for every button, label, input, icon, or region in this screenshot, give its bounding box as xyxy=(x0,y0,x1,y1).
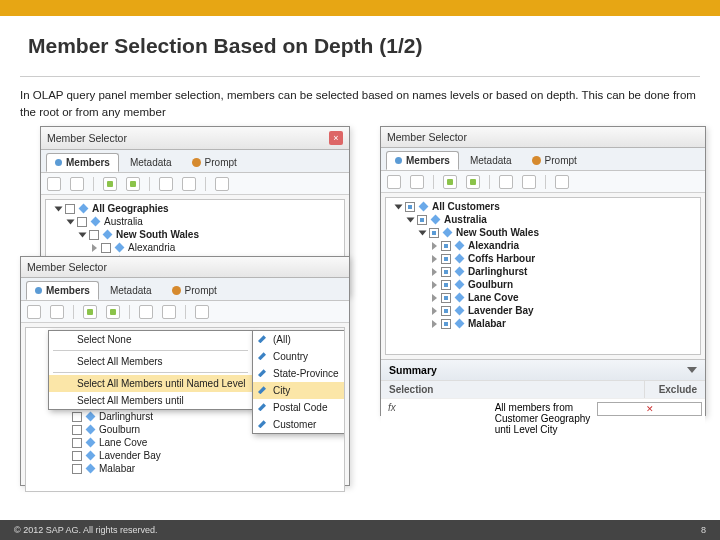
expand-icon[interactable] xyxy=(432,242,437,250)
checkbox[interactable] xyxy=(101,243,111,253)
level-option[interactable]: Customer xyxy=(253,416,345,433)
tab-metadata[interactable]: Metadata xyxy=(121,153,181,172)
toolbar-icon[interactable] xyxy=(443,175,457,189)
toolbar-icon[interactable] xyxy=(70,177,84,191)
tree-node[interactable]: Lane Cove xyxy=(468,292,519,303)
checkbox[interactable] xyxy=(72,438,82,448)
menu-select-none[interactable]: Select None xyxy=(49,331,252,348)
expand-icon[interactable] xyxy=(432,320,437,328)
toolbar-icon[interactable] xyxy=(159,177,173,191)
member-icon xyxy=(86,412,96,422)
checkbox[interactable] xyxy=(77,217,87,227)
tab-prompt[interactable]: Prompt xyxy=(523,151,586,170)
tree-node[interactable]: Darlinghurst xyxy=(468,266,527,277)
toolbar-icon[interactable] xyxy=(387,175,401,189)
tree-node[interactable]: Lavender Bay xyxy=(468,305,534,316)
checkbox[interactable] xyxy=(441,254,451,264)
tree-node[interactable]: All Customers xyxy=(432,201,500,212)
tab-metadata[interactable]: Metadata xyxy=(101,281,161,300)
tree-node[interactable]: Australia xyxy=(444,214,487,225)
toolbar-icon[interactable] xyxy=(215,177,229,191)
toolbar-icon[interactable] xyxy=(106,305,120,319)
expand-icon[interactable] xyxy=(432,255,437,263)
tree-node[interactable]: Coffs Harbour xyxy=(468,253,535,264)
expand-icon[interactable] xyxy=(419,230,427,235)
checkbox[interactable] xyxy=(72,464,82,474)
tab-metadata[interactable]: Metadata xyxy=(461,151,521,170)
summary-row[interactable]: fx All members from Customer Geography u… xyxy=(381,398,705,438)
hierarchy-tree[interactable]: All Customers Australia New South Wales … xyxy=(385,197,701,355)
tree-node[interactable]: All Geographies xyxy=(92,203,169,214)
expand-icon[interactable] xyxy=(432,268,437,276)
menu-until-named[interactable]: Select All Members until Named Level xyxy=(49,375,252,392)
checkbox[interactable] xyxy=(441,280,451,290)
tree-node[interactable]: New South Wales xyxy=(456,227,539,238)
toolbar-icon[interactable] xyxy=(126,177,140,191)
tree-node[interactable]: Alexandria xyxy=(468,240,519,251)
checkbox[interactable] xyxy=(72,412,82,422)
toolbar-icon[interactable] xyxy=(555,175,569,189)
checkbox[interactable] xyxy=(441,267,451,277)
expand-icon[interactable] xyxy=(79,232,87,237)
tree-node[interactable]: Australia xyxy=(104,216,143,227)
tree-node[interactable]: Goulburn xyxy=(468,279,513,290)
checkbox[interactable] xyxy=(72,425,82,435)
toolbar-icon[interactable] xyxy=(139,305,153,319)
toolbar-icon[interactable] xyxy=(522,175,536,189)
tree-node[interactable]: Darlinghurst xyxy=(99,411,153,422)
close-icon[interactable]: × xyxy=(329,131,343,145)
summary-header[interactable]: Summary xyxy=(381,359,705,380)
toolbar-icon[interactable] xyxy=(195,305,209,319)
checkbox[interactable] xyxy=(441,241,451,251)
checkbox[interactable] xyxy=(405,202,415,212)
toolbar-icon[interactable] xyxy=(103,177,117,191)
tab-members[interactable]: Members xyxy=(386,151,459,170)
level-option[interactable]: State-Province xyxy=(253,365,345,382)
tab-metadata-label: Metadata xyxy=(130,157,172,168)
level-option[interactable]: Country xyxy=(253,348,345,365)
toolbar-icon[interactable] xyxy=(466,175,480,189)
checkbox[interactable] xyxy=(441,319,451,329)
expand-icon[interactable] xyxy=(395,204,403,209)
tree-node[interactable]: Goulburn xyxy=(99,424,140,435)
tree-node[interactable]: Malabar xyxy=(468,318,506,329)
checkbox[interactable] xyxy=(72,451,82,461)
level-option[interactable]: Postal Code xyxy=(253,399,345,416)
toolbar-icon[interactable] xyxy=(182,177,196,191)
expand-icon[interactable] xyxy=(432,281,437,289)
tree-node[interactable]: Alexandria xyxy=(128,242,175,253)
hierarchy-tree[interactable]: Darlinghurst Goulburn Lane Cove Lavender… xyxy=(25,327,345,492)
toolbar-icon[interactable] xyxy=(410,175,424,189)
expand-icon[interactable] xyxy=(432,294,437,302)
expand-icon[interactable] xyxy=(407,217,415,222)
toolbar-icon[interactable] xyxy=(162,305,176,319)
tree-node[interactable]: Malabar xyxy=(99,463,135,474)
checkbox[interactable] xyxy=(441,306,451,316)
menu-until[interactable]: Select All Members until xyxy=(49,392,252,409)
tab-prompt[interactable]: Prompt xyxy=(163,281,226,300)
tab-prompt[interactable]: Prompt xyxy=(183,153,246,172)
level-option[interactable]: City xyxy=(253,382,345,399)
tab-members[interactable]: Members xyxy=(26,281,99,300)
checkbox[interactable] xyxy=(429,228,439,238)
delete-icon[interactable]: ✕ xyxy=(597,402,702,416)
toolbar-icon[interactable] xyxy=(83,305,97,319)
tab-members[interactable]: Members xyxy=(46,153,119,172)
checkbox[interactable] xyxy=(417,215,427,225)
tree-node[interactable]: New South Wales xyxy=(116,229,199,240)
expand-icon[interactable] xyxy=(432,307,437,315)
expand-icon[interactable] xyxy=(55,206,63,211)
expand-icon[interactable] xyxy=(67,219,75,224)
toolbar-icon[interactable] xyxy=(27,305,41,319)
toolbar-icon[interactable] xyxy=(50,305,64,319)
checkbox[interactable] xyxy=(441,293,451,303)
checkbox[interactable] xyxy=(65,204,75,214)
expand-icon[interactable] xyxy=(92,244,97,252)
checkbox[interactable] xyxy=(89,230,99,240)
toolbar-icon[interactable] xyxy=(47,177,61,191)
tree-node[interactable]: Lavender Bay xyxy=(99,450,161,461)
menu-select-all[interactable]: Select All Members xyxy=(49,353,252,370)
level-option[interactable]: (All) xyxy=(253,331,345,348)
tree-node[interactable]: Lane Cove xyxy=(99,437,147,448)
toolbar-icon[interactable] xyxy=(499,175,513,189)
